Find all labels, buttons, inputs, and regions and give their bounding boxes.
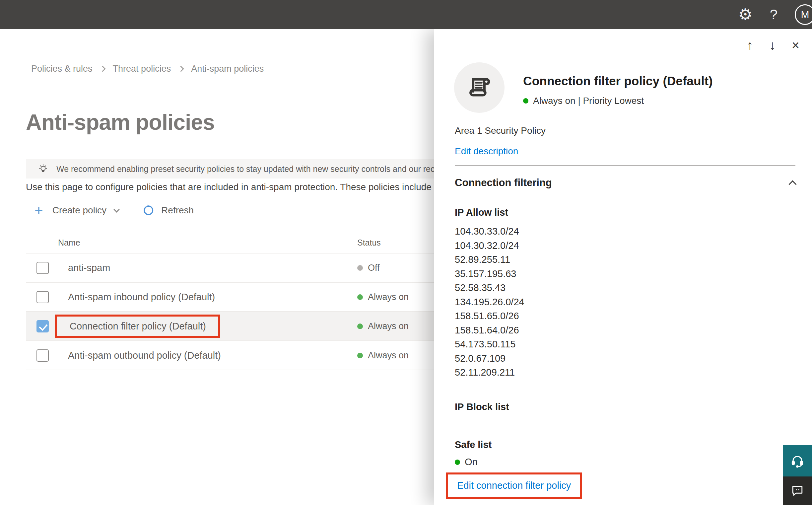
status-label: Off: [368, 263, 380, 273]
ip-entry: 35.157.195.63: [455, 267, 525, 281]
ip-entry: 104.30.33.0/24: [455, 224, 525, 238]
ip-entry: 158.51.64.0/26: [455, 323, 525, 337]
chevron-down-icon[interactable]: [114, 206, 120, 212]
status-label: Always on: [368, 292, 409, 302]
lightbulb-icon: [37, 163, 49, 175]
ip-entry: 54.173.50.115: [455, 337, 525, 351]
refresh-button[interactable]: Refresh: [142, 204, 194, 217]
policy-details-flyout: ↑ ↓ × Connection filter policy (Default)…: [434, 29, 812, 505]
ip-entry: 134.195.26.0/24: [455, 295, 525, 309]
banner-text: We recommend enabling preset security po…: [56, 164, 458, 174]
feedback-button[interactable]: [783, 477, 812, 505]
chevron-right-icon: [99, 66, 106, 72]
ip-entry: 104.30.32.0/24: [455, 238, 525, 253]
flyout-controls: ↑ ↓ ×: [747, 38, 799, 52]
ip-entry: 52.11.209.211: [455, 365, 525, 379]
policy-badge: [454, 62, 504, 113]
ip-block-list-label: IP Block list: [455, 401, 509, 412]
status-dot-off: [357, 265, 363, 271]
section-title: Connection filtering: [455, 177, 552, 189]
status-cell: Always on: [357, 292, 409, 302]
support-button[interactable]: [783, 445, 812, 477]
status-dot-on: [455, 460, 460, 465]
section-connection-filtering[interactable]: Connection filtering: [455, 177, 795, 189]
refresh-label: Refresh: [161, 205, 194, 216]
flyout-status: Always on | Priority Lowest: [523, 96, 713, 106]
breadcrumb-threat-policies[interactable]: Threat policies: [113, 64, 171, 74]
scroll-icon: [466, 74, 493, 101]
breadcrumb-policies-rules[interactable]: Policies & rules: [31, 64, 92, 74]
annotation-box: Edit connection filter policy: [446, 473, 582, 499]
status-dot-on: [357, 294, 363, 300]
ip-entry: 158.51.65.0/26: [455, 309, 525, 323]
command-bar: + Create policy Refresh: [34, 203, 194, 218]
edit-description-link[interactable]: Edit description: [455, 146, 518, 157]
policy-name: anti-spam: [68, 263, 110, 274]
plus-icon: +: [34, 203, 43, 218]
policy-name: Anti-spam outbound policy (Default): [68, 350, 221, 361]
feedback-bubble-icon: [790, 483, 805, 498]
settings-gear-icon[interactable]: ⚙: [738, 7, 753, 23]
row-checkbox[interactable]: [36, 291, 49, 303]
row-checkbox[interactable]: [36, 262, 49, 274]
column-header-status[interactable]: Status: [357, 238, 381, 247]
row-checkbox[interactable]: [36, 349, 49, 362]
flyout-status-text: Always on | Priority Lowest: [533, 96, 644, 106]
close-icon[interactable]: ×: [792, 38, 799, 52]
ip-allow-list-label: IP Allow list: [455, 207, 508, 218]
status-dot-on: [357, 324, 363, 329]
divider: [455, 165, 795, 166]
help-icon[interactable]: ?: [770, 8, 778, 22]
row-checkbox-checked[interactable]: [36, 320, 49, 332]
page-intro-text: Use this page to configure policies that…: [26, 182, 431, 192]
arrow-up-icon[interactable]: ↑: [747, 38, 753, 52]
breadcrumb-anti-spam-policies[interactable]: Anti-spam policies: [191, 64, 264, 74]
column-header-name[interactable]: Name: [58, 238, 80, 247]
breadcrumb: Policies & rules Threat policies Anti-sp…: [31, 64, 264, 74]
account-avatar[interactable]: M: [795, 4, 812, 25]
top-app-bar: ⚙ ? M: [0, 0, 812, 29]
arrow-down-icon[interactable]: ↓: [769, 38, 776, 52]
ip-entry: 52.0.67.109: [455, 351, 525, 366]
safe-list-status-text: On: [465, 457, 478, 468]
flyout-title: Connection filter policy (Default): [523, 74, 713, 88]
create-policy-button[interactable]: Create policy: [52, 205, 107, 216]
safe-list-label: Safe list: [455, 439, 491, 450]
chevron-up-icon[interactable]: [788, 180, 796, 188]
refresh-icon: [142, 204, 155, 217]
status-cell: Always on: [357, 350, 409, 361]
headset-icon: [790, 453, 805, 469]
ip-entry: 52.58.35.43: [455, 281, 525, 295]
edit-connection-filter-policy-link[interactable]: Edit connection filter policy: [457, 480, 571, 491]
status-label: Always on: [368, 350, 409, 361]
status-dot-on: [523, 98, 529, 104]
page-title: Anti-spam policies: [26, 110, 215, 135]
policy-description: Area 1 Security Policy: [455, 126, 546, 136]
policy-name-annotated[interactable]: Connection filter policy (Default): [55, 315, 220, 338]
ip-allow-list: 104.30.33.0/24 104.30.32.0/24 52.89.255.…: [455, 224, 525, 379]
chevron-right-icon: [178, 66, 184, 72]
ip-entry: 52.89.255.11: [455, 252, 525, 267]
policy-name: Anti-spam inbound policy (Default): [68, 292, 215, 303]
status-label: Always on: [368, 321, 409, 331]
status-dot-on: [357, 353, 363, 358]
flyout-header: Connection filter policy (Default) Alway…: [454, 62, 713, 113]
status-cell: Always on: [357, 321, 409, 331]
safe-list-status: On: [455, 457, 478, 468]
status-cell: Off: [357, 263, 380, 273]
